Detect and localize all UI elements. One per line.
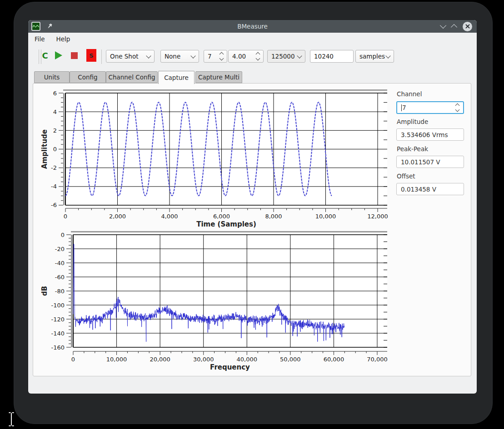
svg-text:10,000: 10,000 [106, 356, 127, 363]
svg-text:4: 4 [53, 108, 57, 115]
svg-text:6: 6 [53, 90, 57, 97]
channel-spinbox[interactable]: 7 [396, 101, 464, 114]
peak-peak-value-field[interactable]: 10.011507 V [396, 156, 464, 168]
svg-text:-2: -2 [51, 164, 57, 171]
svg-text:70,000: 70,000 [367, 356, 388, 363]
toolbar: C S One Shot None 7 4.00 [28, 45, 477, 68]
svg-text:6,000: 6,000 [213, 213, 230, 220]
menu-file[interactable]: File [30, 34, 50, 44]
offset-label: Offset [397, 173, 415, 180]
svg-text:dB: dB [40, 286, 49, 296]
chevron-down-icon [385, 53, 390, 58]
svg-text:-6: -6 [51, 202, 57, 208]
svg-text:-120: -120 [51, 316, 65, 323]
amplitude-label: Amplitude [397, 118, 428, 125]
svg-text:12,000: 12,000 [367, 213, 388, 220]
spectrum-chart[interactable]: 0-20-40-60-80-100-120-140-160010,00020,0… [37, 230, 392, 374]
channel-label: Channel [397, 90, 422, 98]
svg-text:60,000: 60,000 [324, 356, 344, 363]
samplerate-dropdown[interactable]: 125000 [267, 50, 305, 63]
app-window: BMeasure File Help C S One Shot [28, 20, 477, 394]
tab-channel-config[interactable]: Channel Config [106, 71, 158, 83]
window-title: BMeasure [28, 23, 477, 30]
mode-dropdown[interactable]: One Shot [106, 50, 155, 63]
close-icon[interactable] [463, 22, 472, 31]
tab-units[interactable]: Units [34, 71, 70, 83]
menu-help[interactable]: Help [51, 34, 75, 44]
svg-text:Frequency: Frequency [210, 363, 250, 371]
svg-text:40,000: 40,000 [237, 356, 258, 363]
stop-icon [71, 52, 78, 59]
svg-text:2: 2 [53, 127, 57, 134]
chevron-down-icon [190, 53, 195, 58]
svg-text:-80: -80 [55, 288, 65, 295]
window-dropdown[interactable]: None [160, 50, 199, 63]
svg-text:Time (Samples): Time (Samples) [196, 220, 256, 228]
svg-text:-40: -40 [55, 260, 65, 266]
connect-button[interactable]: C [40, 49, 50, 62]
title-bar[interactable]: BMeasure [28, 20, 477, 33]
svg-text:-4: -4 [51, 183, 57, 190]
svg-text:8,000: 8,000 [265, 213, 282, 220]
svg-text:50,000: 50,000 [280, 356, 301, 363]
chevron-down-icon [146, 53, 151, 58]
svg-text:30,000: 30,000 [193, 356, 214, 363]
toolbar-separator [101, 49, 102, 64]
svg-text:0: 0 [64, 213, 67, 220]
play-icon [55, 51, 62, 59]
svg-text:4,000: 4,000 [161, 213, 178, 220]
svg-text:-160: -160 [51, 344, 65, 351]
text-cursor [7, 411, 15, 428]
svg-text:10,000: 10,000 [315, 213, 336, 220]
spinner-arrows-icon[interactable] [220, 53, 223, 60]
offset-value-field[interactable]: 0.013458 V [396, 183, 464, 195]
level-spinner[interactable]: 4.00 [228, 50, 264, 63]
svg-text:-20: -20 [55, 246, 65, 252]
tab-capture-multi[interactable]: Capture Multi [195, 71, 242, 83]
svg-text:-140: -140 [51, 330, 65, 337]
stream-button[interactable]: S [86, 49, 96, 62]
maximize-chevron-up-icon[interactable] [451, 24, 457, 30]
svg-text:20,000: 20,000 [150, 356, 170, 363]
tab-capture[interactable]: Capture [158, 71, 195, 84]
svg-text:Amplitude: Amplitude [40, 129, 49, 169]
chevron-down-icon [297, 53, 302, 58]
tab-config[interactable]: Config [70, 71, 106, 83]
tab-bar: Units Config Channel Config Capture Capt… [28, 71, 477, 83]
text-caret [401, 104, 402, 111]
svg-text:-100: -100 [51, 302, 65, 309]
svg-text:0: 0 [53, 146, 57, 153]
stop-button[interactable] [69, 49, 79, 62]
minimize-chevron-down-icon[interactable] [440, 22, 446, 29]
start-button[interactable] [54, 49, 64, 62]
spinner-arrows-icon[interactable] [256, 53, 259, 60]
amplitude-value-field[interactable]: 3.534606 Vrms [396, 128, 464, 141]
spinner-arrows-icon[interactable] [456, 104, 459, 111]
peak-peak-label: Peak-Peak [397, 145, 428, 153]
svg-text:0: 0 [61, 232, 65, 238]
capture-tab-panel: 6420-2-4-602,0004,0006,0008,00010,00012,… [33, 83, 471, 376]
channel-spinner[interactable]: 7 [204, 50, 227, 63]
menu-bar: File Help [28, 33, 477, 45]
svg-text:-60: -60 [55, 274, 65, 281]
samples-count-field[interactable]: 10240 [310, 50, 354, 63]
svg-text:2,000: 2,000 [109, 213, 126, 220]
units-dropdown[interactable]: samples [355, 50, 394, 63]
svg-text:0: 0 [71, 356, 75, 363]
time-domain-chart[interactable]: 6420-2-4-602,0004,0006,0008,00010,00012,… [37, 88, 392, 231]
